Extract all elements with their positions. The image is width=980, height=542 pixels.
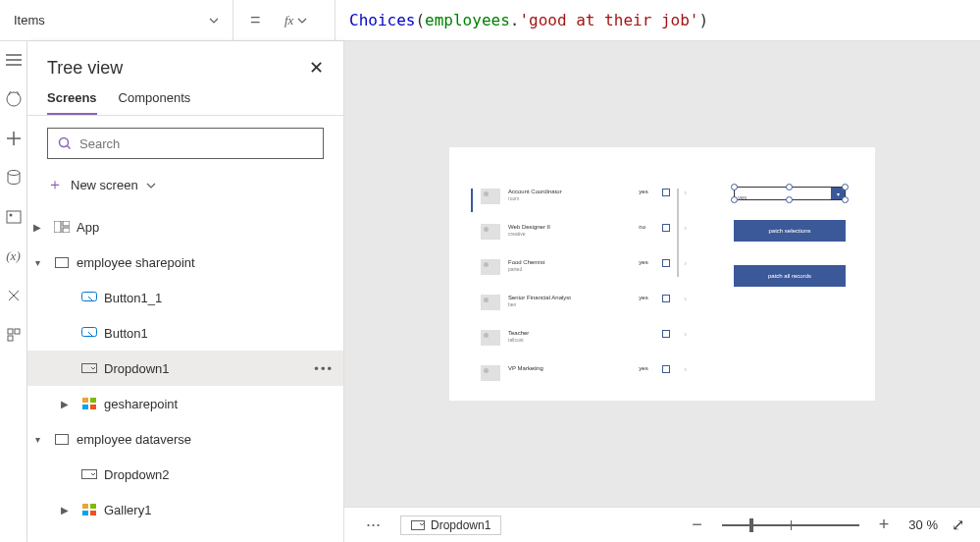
plus-icon: ＋ <box>47 175 63 195</box>
svg-point-0 <box>8 171 20 176</box>
tab-components[interactable]: Components <box>119 90 191 115</box>
checkbox[interactable] <box>662 224 670 232</box>
tree-node-button[interactable]: Button1_1 <box>27 280 343 315</box>
row-value: yes <box>639 189 654 194</box>
gallery-row[interactable]: Senior Financial Analystbenyes› <box>471 295 687 330</box>
thumbnail <box>481 295 500 310</box>
chevron-down-icon: ▾ <box>27 257 47 268</box>
row-value: yes <box>639 365 654 371</box>
svg-rect-23 <box>90 511 96 515</box>
chevron-down-icon <box>297 16 307 26</box>
svg-rect-10 <box>56 257 69 267</box>
formula-datasource: employees <box>425 11 510 29</box>
tree-view-icon[interactable] <box>5 90 23 108</box>
variables-icon[interactable]: (x) <box>5 247 23 265</box>
hamburger-icon[interactable] <box>5 51 23 69</box>
zoom-out-button[interactable]: − <box>686 515 708 535</box>
more-icon[interactable]: ··· <box>360 515 387 535</box>
more-icon[interactable]: ••• <box>314 361 334 376</box>
row-value: no <box>639 224 654 230</box>
tree-node-app[interactable]: ▶ App <box>27 209 343 244</box>
breadcrumb[interactable]: Dropdown1 <box>400 515 501 535</box>
button-label: patch all records <box>768 273 811 279</box>
zoom-in-button[interactable]: + <box>873 515 896 535</box>
gallery-preview: Account Coordinatorroomyes›Web Designer … <box>471 189 687 401</box>
data-icon[interactable] <box>5 169 23 187</box>
button-label: patch selections <box>768 228 810 234</box>
gallery-row[interactable]: Web Designer IIcreativeno› <box>471 224 687 259</box>
formula-input[interactable]: Choices(employees.'good at their job') <box>335 11 980 29</box>
tree-node-gallery[interactable]: ▶ Gallery1 <box>27 492 343 527</box>
search-box[interactable] <box>47 128 324 159</box>
chevron-right-icon: › <box>684 224 687 233</box>
tree-node-screen[interactable]: ▾ employee dataverse <box>27 421 343 457</box>
svg-point-2 <box>9 214 12 217</box>
gallery-row[interactable]: VP Marketingyes› <box>471 365 687 401</box>
search-input[interactable] <box>79 136 313 151</box>
svg-rect-12 <box>82 328 97 337</box>
thumbnail <box>481 224 500 240</box>
svg-point-6 <box>60 138 69 147</box>
svg-rect-3 <box>8 329 13 334</box>
expand-icon[interactable]: ⤢ <box>952 515 964 534</box>
checkbox[interactable] <box>662 365 670 373</box>
new-screen-label: New screen <box>71 178 138 192</box>
resize-handle[interactable] <box>842 196 849 203</box>
tree-node-label: Dropdown1 <box>104 361 308 376</box>
checkbox[interactable] <box>662 330 670 338</box>
close-icon[interactable]: ✕ <box>309 57 324 79</box>
resize-handle[interactable] <box>731 196 738 203</box>
settings-icon[interactable] <box>5 326 23 344</box>
svg-rect-17 <box>90 405 96 409</box>
checkbox[interactable] <box>662 259 670 267</box>
svg-rect-4 <box>15 329 20 334</box>
patch-all-records-button[interactable]: patch all records <box>734 265 846 287</box>
tree-view-panel: Tree view ✕ Screens Components ＋ New scr… <box>27 41 344 542</box>
tree-node-dropdown[interactable]: Dropdown2 <box>27 457 343 492</box>
tree: ▶ App ▾ employee sharepoint Button1_1 Bu… <box>27 205 343 531</box>
resize-handle[interactable] <box>842 184 849 190</box>
insert-icon[interactable] <box>5 130 23 147</box>
advanced-icon[interactable] <box>5 287 23 304</box>
tree-node-gallery[interactable]: ▶ gesharepoint <box>27 386 343 421</box>
svg-rect-21 <box>90 504 96 509</box>
tab-screens[interactable]: Screens <box>47 90 97 115</box>
resize-handle[interactable] <box>786 184 793 190</box>
checkbox[interactable] <box>662 189 670 196</box>
dropdown-icon <box>80 467 98 481</box>
new-screen-button[interactable]: ＋ New screen <box>27 171 343 205</box>
resize-handle[interactable] <box>731 184 738 190</box>
gallery-row[interactable]: Food Chemistpartedyes› <box>471 259 687 295</box>
gallery-row[interactable]: Teachertallcost› <box>471 330 687 365</box>
chevron-right-icon: ▶ <box>55 505 75 515</box>
patch-selections-button[interactable]: patch selections <box>734 220 846 242</box>
zoom-slider[interactable] <box>722 524 859 526</box>
tree-node-label: employee dataverse <box>77 432 334 447</box>
property-selector[interactable]: Items <box>0 0 233 40</box>
fx-label[interactable]: fx <box>277 0 335 40</box>
row-title: VP Marketing <box>508 365 631 372</box>
tree-view-title: Tree view <box>47 58 123 79</box>
scrollbar[interactable] <box>677 189 679 277</box>
svg-rect-18 <box>56 434 69 444</box>
thumbnail <box>481 259 500 275</box>
formula-bar: Items = fx Choices(employees.'good at th… <box>0 0 980 41</box>
canvas-area[interactable]: Account Coordinatorroomyes›Web Designer … <box>344 41 980 507</box>
property-value: Items <box>14 13 45 27</box>
app-canvas[interactable]: Account Coordinatorroomyes›Web Designer … <box>449 147 875 401</box>
dropdown-icon <box>411 520 425 530</box>
checkbox[interactable] <box>662 295 670 302</box>
formula-field: 'good at their job' <box>519 11 698 29</box>
tree-node-screen[interactable]: ▾ employee sharepoint <box>27 244 343 280</box>
tree-node-button[interactable]: Button1 <box>27 315 343 351</box>
media-icon[interactable] <box>5 208 23 226</box>
thumbnail <box>481 189 500 204</box>
slider-knob[interactable] <box>749 518 753 532</box>
resize-handle[interactable] <box>786 196 793 203</box>
chevron-right-icon: › <box>684 259 687 268</box>
chevron-right-icon: › <box>684 189 687 197</box>
tree-node-label: employee sharepoint <box>77 255 334 270</box>
tree-node-dropdown[interactable]: Dropdown1 ••• <box>27 351 343 386</box>
gallery-row[interactable]: Account Coordinatorroomyes› <box>471 189 687 224</box>
left-rail: (x) <box>0 41 27 542</box>
